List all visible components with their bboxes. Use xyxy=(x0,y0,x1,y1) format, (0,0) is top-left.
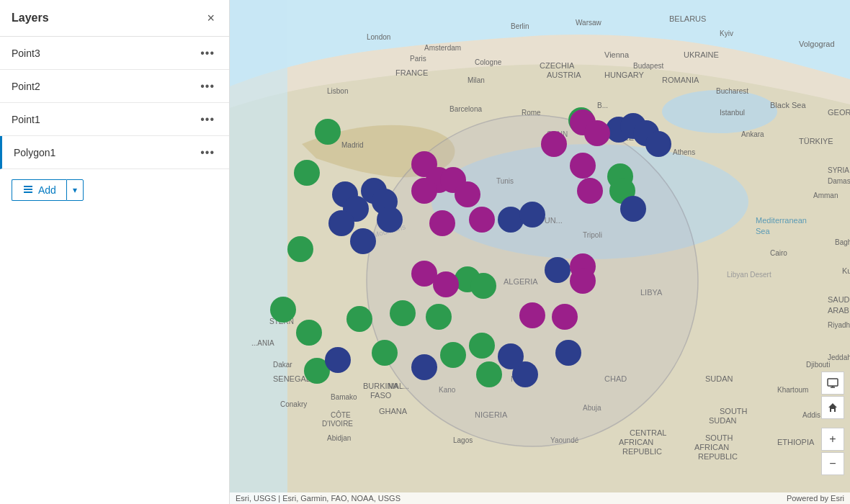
attribution-left: Esri, USGS | Esri, Garmin, FAO, NOAA, US… xyxy=(236,494,401,503)
layers-list: Point3 ••• Point2 ••• Point1 ••• Polygon… xyxy=(0,37,229,169)
svg-point-115 xyxy=(377,207,403,233)
svg-rect-148 xyxy=(828,379,838,386)
svg-point-101 xyxy=(426,304,452,330)
attribution-bar: Esri, USGS | Esri, Garmin, FAO, NOAA, US… xyxy=(230,492,850,504)
plus-icon: + xyxy=(829,433,836,446)
svg-point-147 xyxy=(577,178,603,204)
svg-text:REPUBLIC: REPUBLIC xyxy=(622,447,662,456)
sidebar-header: Layers × xyxy=(0,0,229,37)
svg-text:Djibouti: Djibouti xyxy=(806,361,830,369)
map-toolbar: + − xyxy=(821,372,844,475)
svg-text:GHANA: GHANA xyxy=(379,407,408,415)
svg-point-132 xyxy=(411,178,437,204)
layer-menu-btn-point1[interactable]: ••• xyxy=(197,112,218,127)
svg-point-112 xyxy=(328,210,354,236)
svg-text:UKRAINE: UKRAINE xyxy=(684,50,719,59)
zoom-in-button[interactable]: + xyxy=(821,428,844,451)
layer-menu-btn-polygon1[interactable]: ••• xyxy=(197,145,218,161)
svg-text:SYRIA: SYRIA xyxy=(828,166,849,174)
svg-text:Cologne: Cologne xyxy=(475,58,502,66)
svg-point-102 xyxy=(440,342,466,368)
svg-point-142 xyxy=(541,131,567,157)
layer-menu-btn-point3[interactable]: ••• xyxy=(197,45,218,61)
zoom-out-button[interactable]: − xyxy=(821,452,844,475)
svg-point-127 xyxy=(645,131,671,157)
svg-rect-0 xyxy=(24,192,32,193)
svg-point-92 xyxy=(315,119,341,145)
home-button[interactable] xyxy=(821,396,844,419)
svg-text:Berlin: Berlin xyxy=(511,22,529,30)
svg-text:ARABIA: ARABIA xyxy=(828,306,850,315)
home-icon xyxy=(827,402,838,413)
map-svg: FRANCE London Amsterdam Berlin Warsaw BE… xyxy=(230,0,850,504)
svg-point-128 xyxy=(620,196,646,222)
layer-item-point2[interactable]: Point2 ••• xyxy=(0,70,229,103)
map-view-button[interactable] xyxy=(821,372,844,395)
layer-name-point1: Point1 xyxy=(12,114,40,125)
svg-text:AFRICAN: AFRICAN xyxy=(694,443,729,451)
svg-text:Mediterranean: Mediterranean xyxy=(756,216,807,225)
svg-point-117 xyxy=(325,347,351,373)
close-button[interactable]: × xyxy=(204,10,218,26)
layer-item-polygon1[interactable]: Polygon1 ••• xyxy=(0,136,229,169)
svg-rect-1 xyxy=(24,189,32,190)
svg-point-100 xyxy=(390,300,416,326)
svg-point-116 xyxy=(350,228,376,254)
layer-menu-btn-point2[interactable]: ••• xyxy=(197,78,218,94)
svg-text:Budapest: Budapest xyxy=(633,62,663,70)
svg-text:Abidjan: Abidjan xyxy=(327,434,351,442)
svg-text:AUSTRIA: AUSTRIA xyxy=(547,71,581,79)
svg-point-103 xyxy=(469,333,495,359)
svg-text:Lagos: Lagos xyxy=(453,436,473,444)
svg-text:SUDAN: SUDAN xyxy=(705,374,733,383)
svg-text:CÔTE: CÔTE xyxy=(331,410,351,419)
svg-text:Vienna: Vienna xyxy=(604,50,630,59)
svg-text:Sea: Sea xyxy=(756,227,770,235)
svg-text:Kuwait: Kuwait xyxy=(842,266,850,275)
layer-name-point2: Point2 xyxy=(12,81,40,92)
monitor-icon xyxy=(827,377,838,389)
add-section: Add ▾ xyxy=(0,169,229,211)
svg-text:TÜRKIYE: TÜRKIYE xyxy=(799,137,833,145)
svg-point-94 xyxy=(287,236,313,262)
svg-point-93 xyxy=(294,160,320,186)
add-layer-button[interactable]: Add xyxy=(12,179,66,201)
svg-point-135 xyxy=(429,210,455,236)
layer-item-point3[interactable]: Point3 ••• xyxy=(0,37,229,70)
add-dropdown-button[interactable]: ▾ xyxy=(66,179,84,201)
svg-text:Istanbul: Istanbul xyxy=(720,109,745,117)
svg-rect-6 xyxy=(230,0,287,504)
svg-point-145 xyxy=(570,268,596,294)
svg-text:SUDAN: SUDAN xyxy=(709,416,737,425)
svg-text:Cairo: Cairo xyxy=(770,249,787,257)
add-label: Add xyxy=(38,184,56,196)
svg-text:Bamako: Bamako xyxy=(331,393,357,401)
svg-point-122 xyxy=(498,207,524,233)
svg-text:FASO: FASO xyxy=(370,391,392,400)
sidebar: Layers × Point3 ••• Point2 ••• Point1 ••… xyxy=(0,0,230,504)
svg-text:Damascus: Damascus xyxy=(828,177,850,185)
svg-text:Conakry: Conakry xyxy=(280,400,307,408)
minus-icon: − xyxy=(829,457,836,470)
svg-text:SAUDI: SAUDI xyxy=(828,295,850,304)
svg-text:ETHIOPIA: ETHIOPIA xyxy=(777,438,815,446)
svg-point-134 xyxy=(455,181,480,207)
svg-text:BELARUS: BELARUS xyxy=(669,14,706,23)
svg-text:London: London xyxy=(367,33,390,41)
svg-point-120 xyxy=(498,343,524,369)
svg-point-96 xyxy=(296,320,322,346)
layer-item-point1[interactable]: Point1 ••• xyxy=(0,103,229,136)
layer-name-point3: Point3 xyxy=(12,48,40,59)
svg-point-95 xyxy=(270,297,296,323)
svg-text:FRANCE: FRANCE xyxy=(395,68,428,77)
svg-point-137 xyxy=(433,271,459,297)
svg-text:GEORGIA: GEORGIA xyxy=(828,108,850,117)
layers-icon xyxy=(22,184,34,196)
svg-text:Dakar: Dakar xyxy=(273,361,292,369)
svg-point-99 xyxy=(372,340,398,366)
svg-rect-2 xyxy=(24,186,32,187)
svg-text:SENEGAL: SENEGAL xyxy=(273,374,310,383)
svg-text:Black Sea: Black Sea xyxy=(770,101,806,109)
svg-text:Lisbon: Lisbon xyxy=(327,87,348,95)
svg-text:Athens: Athens xyxy=(673,148,695,156)
